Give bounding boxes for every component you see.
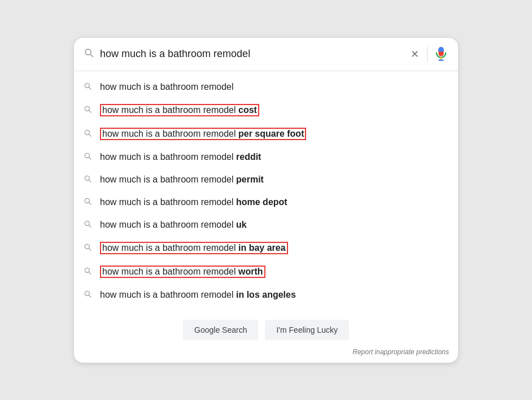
highlight-box-8: how much is a bathroom remodel in bay ar…: [100, 242, 288, 254]
search-input[interactable]: [100, 48, 403, 60]
suggestion-search-icon-4: [83, 151, 92, 163]
suggestion-search-icon-5: [83, 174, 92, 185]
search-icon: [83, 47, 94, 61]
suggestion-search-icon-8: [83, 242, 92, 254]
report-row: Report inappropriate predictions: [74, 346, 458, 363]
suggestion-text-3: how much is a bathroom remodel per squar…: [100, 128, 306, 140]
suggestion-item-7[interactable]: how much is a bathroom remodel uk: [74, 214, 458, 236]
suggestion-text-8: how much is a bathroom remodel in bay ar…: [100, 242, 288, 254]
buttons-row: Google Search I'm Feeling Lucky: [74, 311, 458, 346]
suggestion-item-10[interactable]: how much is a bathroom remodel in los an…: [74, 284, 458, 306]
suggestion-text-2: how much is a bathroom remodel cost: [100, 104, 259, 116]
suggestion-search-icon: [83, 81, 92, 93]
suggestion-search-icon-7: [83, 219, 92, 231]
suggestion-search-icon-2: [83, 105, 92, 116]
suggestion-search-icon-10: [83, 289, 92, 301]
suggestion-text-1: how much is a bathroom remodel: [100, 82, 234, 92]
search-container: ✕ how much is a bathroom remodel: [74, 38, 458, 363]
search-bar: ✕: [74, 38, 458, 71]
report-text: Report inappropriate predictions: [352, 348, 449, 356]
mic-divider: [427, 46, 428, 62]
suggestion-item-5[interactable]: how much is a bathroom remodel permit: [74, 168, 458, 191]
suggestion-text-5: how much is a bathroom remodel permit: [100, 175, 264, 185]
highlight-box-3: how much is a bathroom remodel per squar…: [100, 128, 306, 140]
suggestion-text-9: how much is a bathroom remodel worth: [100, 266, 265, 278]
suggestion-search-icon-6: [83, 197, 92, 208]
suggestion-item-2[interactable]: how much is a bathroom remodel cost: [74, 98, 458, 122]
suggestion-item-3[interactable]: how much is a bathroom remodel per squar…: [74, 122, 458, 146]
highlight-box-9: how much is a bathroom remodel worth: [100, 266, 265, 278]
suggestion-item-9[interactable]: how much is a bathroom remodel worth: [74, 260, 458, 284]
highlight-box-2: how much is a bathroom remodel cost: [100, 104, 259, 116]
suggestion-text-7: how much is a bathroom remodel uk: [100, 220, 247, 230]
suggestions-list: how much is a bathroom remodel how much …: [74, 71, 458, 311]
suggestion-text-4: how much is a bathroom remodel reddit: [100, 152, 261, 162]
feeling-lucky-button[interactable]: I'm Feeling Lucky: [265, 320, 349, 340]
suggestion-text-10: how much is a bathroom remodel in los an…: [100, 290, 296, 300]
suggestion-item-4[interactable]: how much is a bathroom remodel reddit: [74, 146, 458, 168]
suggestion-item-1[interactable]: how much is a bathroom remodel: [74, 76, 458, 98]
google-search-button[interactable]: Google Search: [183, 320, 258, 340]
suggestion-search-icon-9: [83, 266, 92, 277]
suggestion-text-6: how much is a bathroom remodel home depo…: [100, 197, 287, 207]
suggestion-item-8[interactable]: how much is a bathroom remodel in bay ar…: [74, 236, 458, 260]
suggestion-item-6[interactable]: how much is a bathroom remodel home depo…: [74, 191, 458, 214]
clear-icon[interactable]: ✕: [408, 46, 421, 63]
suggestion-search-icon-3: [83, 128, 92, 140]
mic-icon[interactable]: [433, 46, 449, 62]
